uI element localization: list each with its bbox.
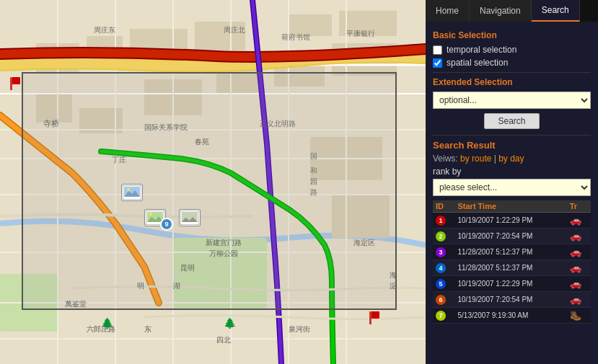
svg-text:国际关系学院: 国际关系学院 [144, 123, 188, 131]
tree-marker-2: 🌲 [224, 317, 236, 329]
svg-rect-58 [10, 77, 12, 90]
search-result-title: Search Result [433, 140, 591, 151]
svg-rect-73 [369, 311, 370, 312]
result-rank-cell: 1 [433, 213, 454, 228]
temporal-selection-label[interactable]: temporal selection [447, 45, 516, 55]
result-date-cell: 10/19/2007 7:20:54 PM [454, 292, 566, 308]
result-transport-cell: 🥾 [567, 308, 591, 324]
table-header-row: ID Start Time Tr [433, 200, 591, 213]
views-row: Veiws: by route | by day [433, 154, 591, 164]
result-date-cell: 5/13/2007 9:19:30 AM [454, 308, 566, 324]
svg-text:淀: 淀 [390, 282, 397, 290]
result-date-cell: 10/19/2007 1:22:29 PM [454, 213, 566, 228]
svg-text:周庄北: 周庄北 [224, 26, 245, 34]
tree-marker-1: 🌲 [101, 317, 113, 329]
views-label: Veiws: [433, 154, 458, 164]
tab-navigation-label: Navigation [480, 6, 521, 16]
result-date-cell: 11/28/2007 5:12:37 PM [454, 244, 566, 260]
svg-text:平康银行: 平康银行 [346, 30, 375, 37]
svg-rect-72 [369, 311, 371, 324]
result-transport-cell: 🚗 [567, 244, 591, 260]
svg-text:新建宫门路: 新建宫门路 [206, 239, 242, 247]
svg-text:园: 园 [310, 177, 317, 185]
flag-marker-dest [368, 310, 384, 326]
result-date-cell: 11/28/2007 5:12:37 PM [454, 260, 566, 276]
map-area[interactable]: 荷府书馆 平康银行 正义北明路 国 国际关系学院 和 园 路 寺桥 丁庄 万柳公… [0, 0, 426, 364]
extended-selection-dropdown[interactable]: optional... [433, 92, 591, 109]
badge-marker-9: 9 [160, 218, 173, 231]
extended-selection-title: Extended Selection [433, 77, 591, 87]
tab-home-label: Home [436, 6, 459, 16]
result-rank-cell: 7 [433, 308, 454, 324]
svg-rect-1 [173, 238, 267, 310]
table-row[interactable]: 110/19/2007 1:22:29 PM🚗 [433, 213, 591, 228]
svg-text:萬鉴堂: 萬鉴堂 [65, 300, 87, 308]
svg-text:寺桥: 寺桥 [43, 119, 59, 128]
spatial-selection-checkbox[interactable] [433, 58, 442, 68]
result-transport-cell: 🚗 [567, 213, 591, 228]
table-row[interactable]: 210/19/2007 7:20:54 PM🚗 [433, 228, 591, 244]
flag-marker-1 [9, 76, 25, 92]
temporal-selection-row: temporal selection [433, 45, 591, 55]
result-rank-cell: 4 [433, 260, 454, 276]
col-transport: Tr [567, 200, 591, 213]
svg-rect-5 [130, 29, 188, 50]
by-day-link[interactable]: by day [498, 154, 524, 164]
photo-marker-1 [121, 184, 143, 201]
svg-rect-9 [36, 94, 72, 123]
svg-text:泉河街: 泉河街 [289, 325, 310, 333]
right-panel: Home Navigation Search Basic Selection t… [426, 0, 598, 364]
svg-text:东: 东 [144, 325, 151, 333]
spatial-selection-label[interactable]: spatial selection [447, 58, 508, 68]
panel-content: Basic Selection temporal selection spati… [426, 22, 598, 364]
svg-text:湖: 湖 [173, 282, 180, 290]
temporal-selection-checkbox[interactable] [433, 45, 442, 55]
result-date-cell: 10/19/2007 7:20:54 PM [454, 228, 566, 244]
result-rank-cell: 2 [433, 228, 454, 244]
svg-text:国: 国 [310, 152, 317, 160]
result-rank-cell: 6 [433, 292, 454, 308]
result-transport-cell: 🚗 [567, 260, 591, 276]
tab-navigation[interactable]: Navigation [470, 0, 532, 22]
tab-search[interactable]: Search [532, 0, 580, 22]
svg-text:春苑: 春苑 [195, 138, 209, 146]
svg-text:四北: 四北 [216, 336, 231, 344]
col-start-time: Start Time [454, 200, 566, 213]
svg-text:周庄东: 周庄东 [94, 26, 115, 34]
table-row[interactable]: 510/19/2007 1:22:29 PM🚗 [433, 276, 591, 292]
results-table: ID Start Time Tr 110/19/2007 1:22:29 PM🚗… [433, 200, 591, 324]
result-transport-cell: 🚗 [567, 228, 591, 244]
svg-text:路: 路 [310, 188, 317, 196]
table-row[interactable]: 610/19/2007 7:20:54 PM🚗 [433, 292, 591, 308]
result-transport-cell: 🚗 [567, 276, 591, 292]
svg-rect-59 [9, 76, 11, 78]
table-row[interactable]: 411/28/2007 5:12:37 PM🚗 [433, 260, 591, 276]
table-row[interactable]: 75/13/2007 9:19:30 AM🥾 [433, 308, 591, 324]
search-button[interactable]: Search [484, 113, 539, 129]
photo-marker-3 [179, 209, 201, 226]
result-transport-cell: 🚗 [567, 292, 591, 308]
divider-2 [433, 135, 591, 136]
svg-text:和: 和 [310, 167, 317, 174]
rank-by-label: rank by [433, 167, 591, 177]
basic-selection-title: Basic Selection [433, 30, 591, 40]
spatial-selection-row: spatial selection [433, 58, 591, 68]
svg-text:丁庄: 丁庄 [112, 156, 126, 164]
svg-rect-16 [332, 195, 390, 238]
by-route-link[interactable]: by route [460, 154, 491, 164]
tab-home[interactable]: Home [426, 0, 470, 22]
svg-text:昆明: 昆明 [180, 264, 195, 272]
svg-text:海: 海 [390, 271, 397, 279]
tab-bar: Home Navigation Search [426, 0, 598, 22]
table-row[interactable]: 311/28/2007 5:12:37 PM🚗 [433, 244, 591, 260]
rank-by-dropdown[interactable]: please select... [433, 179, 591, 196]
svg-point-67 [149, 213, 152, 216]
svg-point-63 [127, 188, 130, 191]
svg-text:万柳公园: 万柳公园 [209, 249, 238, 257]
divider-1 [433, 72, 591, 73]
result-rank-cell: 3 [433, 244, 454, 260]
svg-text:明: 明 [137, 282, 144, 290]
svg-text:荷府书馆: 荷府书馆 [281, 33, 310, 41]
result-rank-cell: 5 [433, 276, 454, 292]
tab-search-label: Search [542, 5, 569, 15]
